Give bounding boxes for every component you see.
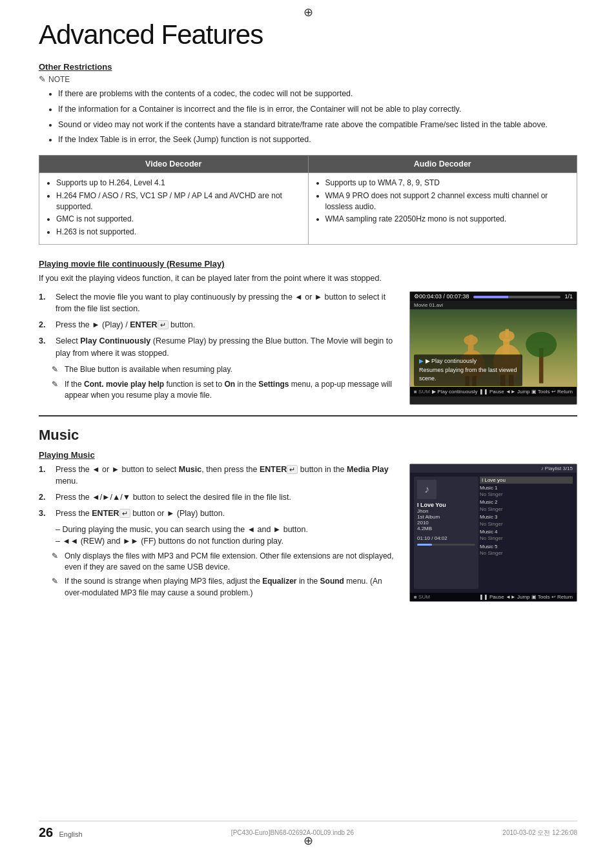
music-time: 01:10 / 04:02: [417, 535, 475, 541]
step-3-text: Select Play Continuously (Resume Play) b…: [56, 335, 399, 360]
music-note-2-text: If the sound is strange when playing MP3…: [65, 576, 399, 599]
list-item: WMA 9 PRO does not support 2 channel exc…: [325, 190, 571, 212]
resume-note-2: ✎ If the Cont. movie play help function …: [52, 379, 399, 402]
resume-note-1: ✎ The Blue button is available when resu…: [52, 364, 399, 375]
music-artist: Jhon: [417, 508, 475, 514]
list-item: Supports up to WMA 7, 8, 9, STD: [325, 178, 571, 189]
footer-left: 26 English: [39, 825, 83, 840]
music-song-item-2: Music 2 No Singer: [480, 499, 573, 513]
svg-rect-10: [506, 329, 509, 337]
music-left-panel: ♪ I Love You Jhon 1st Album 2010 4.2MB 0…: [414, 477, 478, 590]
music-step-2-num: 2.: [39, 491, 50, 504]
note-pencil-icon: ✎: [52, 364, 61, 375]
list-item: If the Index Table is in error, the Seek…: [58, 134, 577, 146]
music-playlist-header: ♪ Playlist 3/15: [541, 466, 573, 471]
music-step-1-num: 1.: [39, 464, 50, 488]
step-2-text: Press the ► (Play) / ENTER↵ button.: [56, 319, 195, 331]
note-label-text: NOTE: [48, 75, 70, 84]
resume-note-2-text: If the Cont. movie play help function is…: [65, 379, 399, 402]
list-item: GMC is not supported.: [56, 214, 302, 225]
resume-play-text: 1. Select the movie file you want to pla…: [39, 291, 399, 405]
list-item: If there are problems with the contents …: [58, 88, 577, 100]
music-section: Music Playing Music 1. Press the ◄ or ► …: [39, 427, 577, 602]
music-right-panel: I Love you Music 1 No Singer Music 2 No …: [480, 477, 573, 590]
tv-overlay-line3: scene.: [419, 375, 517, 384]
music-layout: 1. Press the ◄ or ► button to select Mus…: [39, 464, 577, 602]
step-3: 3. Select Play Continuously (Resume Play…: [39, 335, 399, 360]
tv-overlay-line1: ▶ ▶ Play continuously: [419, 357, 517, 366]
playing-music-heading: Playing Music: [39, 450, 577, 460]
crosshair-top-icon: ⊕: [303, 5, 313, 19]
resume-play-heading: Playing movie file continuously (Resume …: [39, 259, 577, 269]
list-item: H.263 is not supported.: [56, 227, 302, 238]
music-step-3: 3. Press the ENTER↵ button or ► (Play) b…: [39, 508, 399, 520]
music-step-1-text: Press the ◄ or ► button to select Music,…: [56, 464, 399, 488]
music-song-item-5: Music 5 No Singer: [480, 544, 573, 557]
music-text: 1. Press the ◄ or ► button to select Mus…: [39, 464, 399, 602]
music-step-2-text: Press the ◄/►/▲/▼ button to select the d…: [56, 491, 291, 504]
other-restrictions-list: If there are problems with the contents …: [39, 88, 577, 146]
footer-file-right: 2010-03-02 오전 12:26:08: [502, 828, 577, 838]
music-song-item-4: Music 4 No Singer: [480, 529, 573, 542]
list-item: Supports up to H.264, Level 4.1: [56, 178, 302, 189]
music-year: 2010: [417, 520, 475, 526]
music-section-title: Music: [39, 427, 577, 444]
music-song-item-1: Music 1 No Singer: [480, 485, 573, 498]
step-2-num: 2.: [39, 319, 50, 331]
step-3-num: 3.: [39, 335, 50, 360]
tv-screen-inner: ⚙ 00:04:03 / 00:07:38 1/1 Movie 01.avi: [410, 292, 577, 404]
music-note-1: ✎ Only displays the files with MP3 and P…: [52, 551, 399, 573]
music-note-2: ✎ If the sound is strange when playing M…: [52, 576, 399, 599]
codec-table-cell-video: Supports up to H.264, Level 4.1 H.264 FM…: [39, 173, 309, 245]
music-note-icon: ♪: [417, 480, 436, 499]
music-size: 4.2MB: [417, 526, 475, 531]
music-progress-fill: [417, 544, 432, 546]
music-selected-song: I Love you: [480, 477, 573, 484]
music-step-3-num: 3.: [39, 508, 50, 520]
list-item: WMA sampling rate 22050Hz mono is not su…: [325, 214, 571, 225]
music-step-1: 1. Press the ◄ or ► button to select Mus…: [39, 464, 399, 488]
tv-bottombar-controls: ▶ Play continuously ❚❚ Pause ◄► Jump ▣ T…: [432, 389, 573, 395]
music-steps: 1. Press the ◄ or ► button to select Mus…: [39, 464, 399, 520]
music-song-title: I Love You: [417, 502, 475, 508]
codec-table: Video Decoder Audio Decoder Supports up …: [39, 155, 577, 245]
tv-bottombar: ■ SUM ▶ Play continuously ❚❚ Pause ◄► Ju…: [410, 387, 577, 396]
music-progress-bg: [417, 544, 475, 546]
tv-topbar-icon: ⚙: [414, 293, 419, 300]
resume-note-1-text: The Blue button is available when resumi…: [65, 364, 232, 375]
list-item: If the information for a Container is in…: [58, 103, 577, 116]
resume-play-layout: 1. Select the movie file you want to pla…: [39, 291, 577, 405]
codec-table-cell-audio: Supports up to WMA 7, 8, 9, STD WMA 9 PR…: [308, 173, 577, 245]
resume-play-steps: 1. Select the movie file you want to pla…: [39, 291, 399, 360]
music-step-3-text: Press the ENTER↵ button or ► (Play) butt…: [56, 508, 225, 520]
music-album: 1st Album: [417, 514, 475, 520]
music-bottombar-controls: ❚❚ Pause ◄► Jump ▣ Tools ↩ Return: [479, 594, 573, 600]
step-2: 2. Press the ► (Play) / ENTER↵ button.: [39, 319, 399, 331]
step-1-num: 1.: [39, 291, 50, 316]
tv-topbar-time: 00:04:03 / 00:07:38: [419, 293, 469, 300]
music-note-1-text: Only displays the files with MP3 and PCM…: [65, 551, 399, 573]
music-screen-topbar: ♪ Playlist 3/15: [410, 464, 577, 473]
music-sub-note-2: – ◄◄ (REW) and ►► (FF) buttons do not fu…: [56, 537, 399, 546]
tv-topbar: ⚙ 00:04:03 / 00:07:38 1/1: [410, 292, 577, 301]
list-item: Sound or video may not work if the conte…: [58, 119, 577, 131]
step-1: 1. Select the movie file you want to pla…: [39, 291, 399, 316]
page-title: Advanced Features: [39, 19, 577, 50]
music-bottombar-sum: ■ SUM: [414, 594, 430, 600]
note-pencil-icon: ✎: [52, 379, 61, 402]
music-screen: ♪ Playlist 3/15 ♪ I Love You Jhon 1st Al…: [409, 464, 577, 602]
svg-rect-4: [469, 334, 473, 344]
other-restrictions-heading: Other Restrictions: [39, 62, 577, 72]
resume-play-section: Playing movie file continuously (Resume …: [39, 259, 577, 405]
music-screen-content: ♪ I Love You Jhon 1st Album 2010 4.2MB 0…: [410, 473, 577, 593]
codec-table-header-video: Video Decoder: [39, 156, 309, 173]
note-label: ✎ NOTE: [39, 74, 577, 84]
codec-table-header-audio: Audio Decoder: [308, 156, 577, 173]
tv-overlay: ▶ ▶ Play continuously Resumes playing fr…: [414, 355, 522, 386]
note-pencil-icon: ✎: [39, 74, 46, 84]
page: ⊕ Advanced Features Other Restrictions ✎…: [0, 0, 616, 853]
footer-language: English: [59, 830, 82, 838]
page-footer: 26 English [PC430-Euro]BN68-02692A-00L09…: [39, 821, 577, 840]
tv-overlay-line2: Resumes playing from the last viewed: [419, 366, 517, 375]
resume-play-description: If you exit the playing videos function,…: [39, 272, 577, 285]
